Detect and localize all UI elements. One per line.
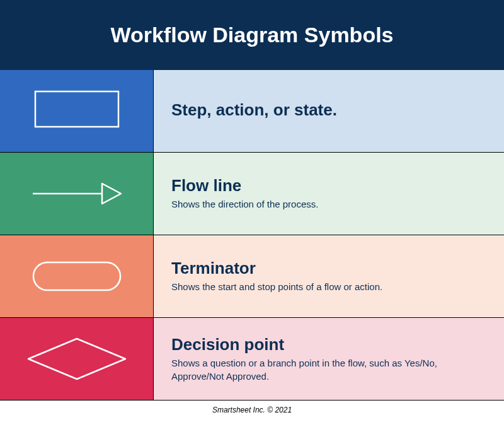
symbol-title: Flow line	[171, 176, 486, 196]
icon-cell-decision	[0, 318, 154, 400]
header-title: Workflow Diagram Symbols	[110, 23, 393, 47]
text-cell-terminator: Terminator Shows the start and stop poin…	[154, 235, 504, 317]
text-cell-flow: Flow line Shows the direction of the pro…	[154, 153, 504, 235]
row-decision: Decision point Shows a question or a bra…	[0, 318, 504, 401]
diagram-container: Workflow Diagram Symbols Step, action, o…	[0, 0, 504, 419]
symbol-title: Decision point	[171, 335, 486, 354]
arrow-icon	[26, 175, 127, 213]
text-cell-step: Step, action, or state.	[154, 70, 504, 152]
header: Workflow Diagram Symbols	[0, 0, 504, 70]
icon-cell-terminator	[0, 235, 154, 317]
symbol-desc: Shows a question or a branch point in th…	[171, 357, 486, 383]
text-cell-decision: Decision point Shows a question or a bra…	[154, 318, 504, 400]
symbol-title: Terminator	[171, 259, 486, 278]
svg-rect-0	[35, 91, 118, 127]
row-flow: Flow line Shows the direction of the pro…	[0, 153, 504, 235]
row-terminator: Terminator Shows the start and stop poin…	[0, 235, 504, 318]
icon-cell-step	[0, 70, 154, 152]
symbol-desc: Shows the direction of the process.	[171, 198, 486, 211]
footer: Smartsheet Inc. © 2021	[0, 401, 504, 419]
svg-rect-3	[33, 262, 120, 290]
svg-marker-2	[102, 184, 121, 204]
rectangle-icon	[33, 89, 121, 133]
pill-icon	[30, 257, 124, 295]
diamond-icon	[23, 334, 130, 384]
icon-cell-flow	[0, 153, 154, 235]
svg-marker-4	[28, 339, 125, 379]
row-step: Step, action, or state.	[0, 70, 504, 153]
symbol-title: Step, action, or state.	[171, 100, 486, 120]
footer-text: Smartsheet Inc. © 2021	[212, 406, 292, 414]
symbol-desc: Shows the start and stop points of a flo…	[171, 281, 486, 293]
